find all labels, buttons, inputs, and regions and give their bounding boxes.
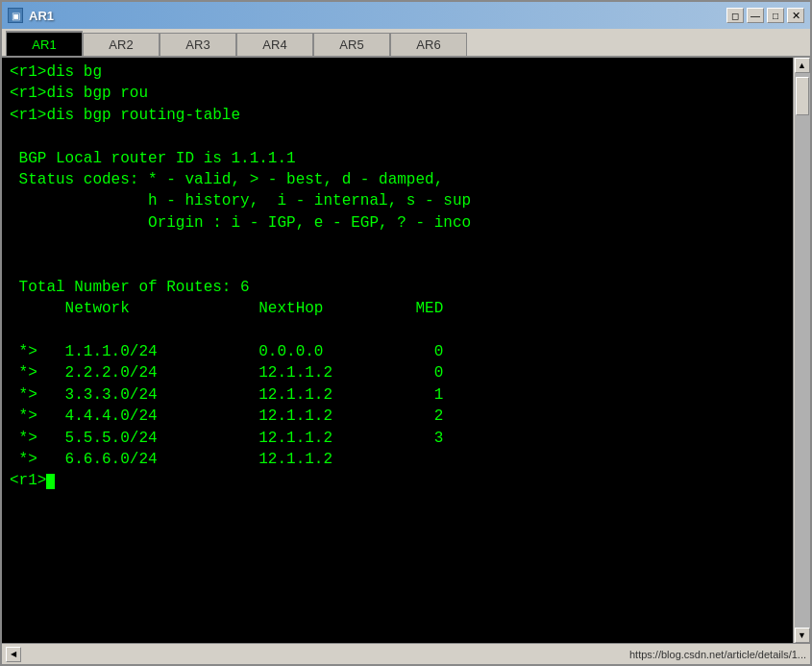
close-button[interactable]: ✕ — [787, 8, 804, 23]
tab-bar: AR1 AR2 AR3 AR4 AR5 AR6 — [2, 29, 810, 58]
status-url: https://blog.csdn.net/article/details/1.… — [629, 649, 806, 660]
window-title: AR1 — [29, 9, 54, 23]
minimize-icon: — — [750, 11, 760, 21]
tab-ar3[interactable]: AR3 — [160, 33, 236, 56]
scrollbar: ▲ ▼ — [793, 58, 810, 643]
main-area: <r1>dis bg <r1>dis bgp rou <r1>dis bgp r… — [2, 58, 810, 643]
tab-ar6[interactable]: AR6 — [390, 33, 467, 56]
terminal-text: <r1>dis bg <r1>dis bgp rou <r1>dis bgp r… — [10, 62, 785, 492]
terminal-cursor — [46, 474, 55, 489]
title-bar: ▣ AR1 ◻ — □ ✕ — [2, 2, 810, 29]
title-bar-buttons: ◻ — □ ✕ — [726, 8, 804, 23]
tab-ar2[interactable]: AR2 — [83, 33, 160, 56]
app-icon-symbol: ▣ — [12, 11, 20, 21]
tab-ar1[interactable]: AR1 — [6, 31, 83, 56]
restore-icon: ◻ — [731, 11, 739, 21]
scroll-track[interactable] — [795, 73, 810, 628]
maximize-icon: □ — [773, 11, 778, 21]
close-icon: ✕ — [792, 10, 800, 22]
scroll-down-button[interactable]: ▼ — [795, 628, 810, 643]
scroll-left-button[interactable]: ◀ — [6, 647, 21, 662]
bottom-bar: ◀ https://blog.csdn.net/article/details/… — [2, 643, 810, 664]
minimize-button[interactable]: — — [747, 8, 764, 23]
maximize-button[interactable]: □ — [767, 8, 784, 23]
scroll-thumb[interactable] — [796, 77, 809, 115]
restore-button[interactable]: ◻ — [726, 8, 744, 23]
tab-ar4[interactable]: AR4 — [236, 33, 313, 56]
scroll-up-button[interactable]: ▲ — [795, 58, 810, 73]
tab-ar5[interactable]: AR5 — [313, 33, 390, 56]
terminal-output[interactable]: <r1>dis bg <r1>dis bgp rou <r1>dis bgp r… — [2, 58, 793, 643]
app-icon: ▣ — [8, 8, 23, 23]
main-window: ▣ AR1 ◻ — □ ✕ AR1 AR2 AR3 AR4 AR5 AR6 — [0, 0, 812, 666]
title-bar-left: ▣ AR1 — [8, 8, 54, 23]
